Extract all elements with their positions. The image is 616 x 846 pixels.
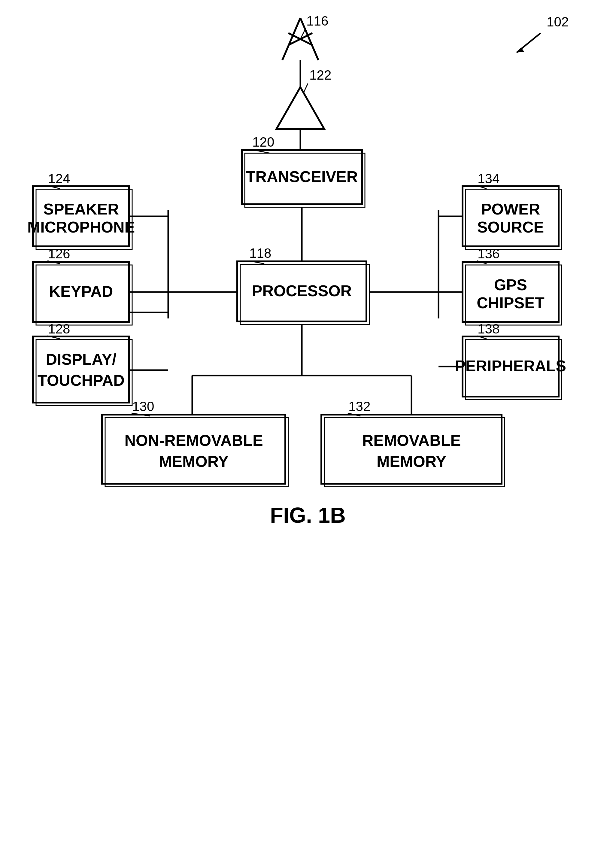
power-source-label2: SOURCE: [477, 219, 544, 236]
speaker-mic-label2: MICROPHONE: [27, 219, 135, 236]
svg-rect-25: [321, 414, 502, 484]
ref-120: 120: [252, 135, 274, 149]
gps-label1: GPS: [494, 276, 527, 294]
ref-134: 134: [478, 171, 499, 186]
ref-124: 124: [48, 171, 70, 186]
display-label1: DISPLAY/: [45, 351, 116, 368]
svg-line-2: [282, 18, 300, 60]
svg-rect-26: [324, 418, 505, 487]
non-removable-label2: MEMORY: [159, 453, 229, 470]
peripherals-label: PERIPHERALS: [455, 357, 566, 375]
ref-130: 130: [132, 399, 154, 414]
transceiver-label: TRANSCEIVER: [246, 168, 358, 185]
ref-122: 122: [309, 68, 331, 82]
ref-132: 132: [348, 399, 370, 414]
ref-128: 128: [48, 322, 70, 336]
ref-138: 138: [478, 322, 499, 336]
svg-line-10: [304, 84, 308, 93]
removable-label1: REMOVABLE: [362, 432, 461, 449]
power-source-label1: POWER: [481, 200, 540, 218]
keypad-label: KEYPAD: [49, 283, 113, 300]
svg-rect-39: [33, 336, 129, 402]
diagram-container: 102 116 122 TRANSCEIVER 120: [0, 0, 616, 846]
ref-126: 126: [48, 246, 70, 261]
figure-label: FIG. 1B: [270, 503, 346, 527]
ref-118: 118: [249, 246, 271, 260]
svg-rect-22: [102, 414, 285, 484]
fig-ref-102: 102: [547, 15, 569, 29]
non-removable-label1: NON-REMOVABLE: [124, 432, 263, 449]
speaker-mic-label1: SPEAKER: [43, 200, 119, 218]
ref-136: 136: [478, 246, 499, 261]
svg-marker-7: [276, 87, 324, 129]
removable-label2: MEMORY: [377, 453, 446, 470]
gps-label2: CHIPSET: [477, 294, 544, 311]
display-label2: TOUCHPAD: [38, 372, 125, 389]
ref-116: 116: [307, 13, 328, 28]
svg-rect-23: [105, 418, 288, 487]
processor-label: PROCESSOR: [252, 282, 352, 300]
